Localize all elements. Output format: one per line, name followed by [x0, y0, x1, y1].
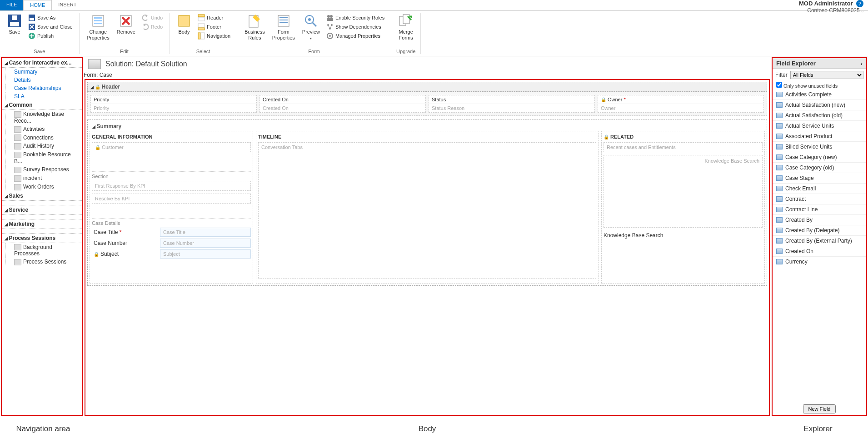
nav-item-connections[interactable]: Connections	[5, 134, 82, 142]
field-icon	[776, 165, 783, 170]
field-item[interactable]: Associated Product	[773, 131, 866, 142]
field-item[interactable]: Created By (Delegate)	[773, 225, 866, 236]
change-properties-button[interactable]: Change Properties	[83, 13, 113, 42]
remove-button[interactable]: Remove	[113, 13, 139, 36]
field-item[interactable]: Created By (External Party)	[773, 236, 866, 246]
field-item[interactable]: Actual Service Units	[773, 121, 866, 131]
section-summary[interactable]: Summary	[90, 122, 765, 131]
field-item[interactable]: Actual Satisfaction (new)	[773, 100, 866, 110]
field-item[interactable]: Created On	[773, 246, 866, 257]
field-kpi2[interactable]: Resolve By KPI	[92, 194, 251, 204]
nav-item-relationships[interactable]: Case Relationships	[5, 84, 82, 92]
filter-select[interactable]: All Fields	[790, 71, 863, 79]
navigation-area: Case for Interactive ex... Summary Detai…	[1, 57, 83, 416]
body-button[interactable]: Body	[173, 13, 195, 36]
nav-item-audit[interactable]: Audit History	[5, 142, 82, 150]
field-owner[interactable]: 🔒Owner * Owner	[598, 95, 764, 113]
form-props-button[interactable]: Form Properties	[269, 13, 299, 42]
field-item[interactable]: Contract	[773, 194, 866, 204]
kb-search-label: Knowledge Base Search	[604, 232, 763, 239]
help-icon[interactable]: ?	[856, 0, 863, 7]
nav-item-bgprocess[interactable]: Background Processes	[5, 243, 82, 258]
redo-button[interactable]: Redo	[141, 23, 164, 31]
nav-group-sales[interactable]: Sales	[2, 191, 82, 201]
tab-home[interactable]: HOME	[23, 0, 52, 10]
svg-rect-8	[94, 17, 102, 19]
field-item[interactable]: Currency	[773, 257, 866, 267]
input-casenumber[interactable]: Case Number	[160, 239, 251, 248]
svg-rect-13	[198, 15, 205, 17]
security-roles-button[interactable]: Enable Security Roles	[325, 14, 385, 22]
field-customer[interactable]: 🔒Customer	[92, 142, 251, 152]
field-icon	[776, 217, 783, 223]
field-item[interactable]: Check Email	[773, 184, 866, 194]
kb-search-box[interactable]: Knowledge Base Search	[604, 155, 763, 228]
dependencies-button[interactable]: Show Dependencies	[325, 23, 385, 31]
svg-rect-1	[10, 22, 19, 26]
svg-rect-14	[198, 17, 205, 21]
nav-group-marketing[interactable]: Marketing	[2, 219, 82, 229]
processsess-icon	[14, 259, 21, 265]
header-button[interactable]: Header	[197, 14, 231, 22]
row-casenumber[interactable]: Case Number Case Number	[92, 239, 251, 248]
preview-button[interactable]: Preview▾	[299, 13, 324, 42]
undo-button[interactable]: Undo	[141, 14, 164, 22]
label-nav: Navigation area	[0, 424, 86, 438]
navigation-button[interactable]: Navigation	[197, 32, 231, 40]
new-field-button[interactable]: New Field	[803, 404, 836, 413]
save-close-button[interactable]: Save and Close	[27, 23, 74, 31]
nav-item-survey[interactable]: Survey Responses	[5, 165, 82, 174]
chevron-down-icon[interactable]: ⌵	[861, 9, 863, 13]
unused-checkbox[interactable]	[776, 82, 782, 88]
svg-point-33	[329, 35, 331, 37]
save-button[interactable]: Save	[4, 13, 25, 36]
field-item[interactable]: Case Category (new)	[773, 152, 866, 163]
incident-icon	[14, 175, 21, 182]
managed-props-button[interactable]: Managed Properties	[325, 32, 385, 40]
field-item[interactable]: Activities Complete	[773, 90, 866, 100]
field-kpi1[interactable]: First Response By KPI	[92, 181, 251, 191]
input-casetitle[interactable]: Case Title	[160, 228, 251, 237]
row-casetitle[interactable]: Case Title * Case Title	[92, 228, 251, 237]
field-item[interactable]: Actual Satisfaction (old)	[773, 110, 866, 121]
field-item[interactable]: Case Stage	[773, 173, 866, 184]
footer-button[interactable]: Footer	[197, 23, 231, 31]
nav-group-process[interactable]: Process Sessions	[2, 234, 82, 243]
nav-item-activities[interactable]: Activities	[5, 125, 82, 134]
nav-group-case[interactable]: Case for Interactive ex...	[2, 58, 82, 68]
nav-group-common[interactable]: Common	[2, 100, 82, 110]
nav-item-processsess[interactable]: Process Sessions	[5, 258, 82, 266]
merge-forms-button[interactable]: Merge Forms	[395, 13, 417, 42]
field-priority[interactable]: Priority Priority	[90, 95, 257, 113]
nav-group-service[interactable]: Service	[2, 205, 82, 215]
field-status[interactable]: Status Status Reason	[429, 95, 595, 113]
save-as-button[interactable]: Save As	[27, 14, 74, 22]
nav-item-bookable[interactable]: Bookable Resource B...	[5, 150, 82, 165]
section-header[interactable]: 🔒Header	[87, 82, 767, 92]
business-rules-button[interactable]: Business Rules	[241, 13, 269, 42]
ribbon-group-select: Body Header Footer Navigation Select	[170, 13, 237, 54]
svg-rect-16	[198, 28, 205, 30]
save-as-icon	[28, 14, 35, 21]
field-icon	[776, 92, 783, 97]
tab-file[interactable]: FILE	[0, 0, 23, 10]
nav-item-kb[interactable]: Knowledge Base Reco...	[5, 110, 82, 125]
nav-item-sla[interactable]: SLA	[5, 92, 82, 100]
field-item[interactable]: Contract Line	[773, 204, 866, 215]
lock-icon: 🔒	[604, 134, 609, 139]
chevron-right-icon[interactable]: ›	[861, 60, 863, 67]
row-subject[interactable]: 🔒Subject Subject	[92, 249, 251, 259]
input-subject[interactable]: Subject	[160, 249, 251, 259]
publish-button[interactable]: Publish	[27, 32, 74, 40]
nav-item-details[interactable]: Details	[5, 76, 82, 84]
field-conversation[interactable]: Conversation Tabs	[258, 142, 596, 279]
field-item[interactable]: Case Category (old)	[773, 163, 866, 173]
nav-item-summary[interactable]: Summary	[5, 68, 82, 76]
nav-item-workorders[interactable]: Work Orders	[5, 183, 82, 191]
nav-item-incident[interactable]: incident	[5, 174, 82, 183]
field-item[interactable]: Created By	[773, 215, 866, 225]
tab-insert[interactable]: INSERT	[52, 0, 83, 10]
field-recentcases[interactable]: Recent cases and Entitlements	[604, 142, 763, 152]
field-createdon[interactable]: Created On Created On	[259, 95, 426, 113]
field-item[interactable]: Billed Service Units	[773, 142, 866, 152]
